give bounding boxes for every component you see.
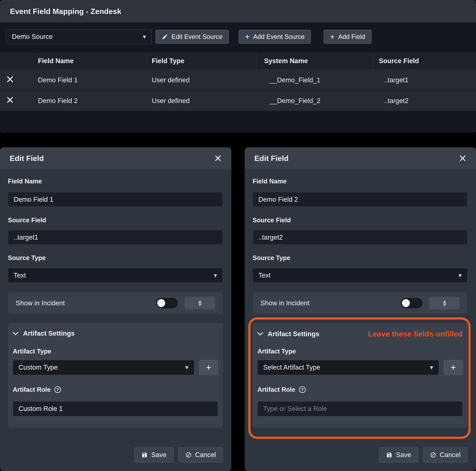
save-button[interactable]: Save: [135, 447, 173, 463]
event-field-mapping-window: Event Field Mapping - Zendesk Demo Sourc…: [0, 0, 476, 133]
screen: Event Field Mapping - Zendesk Demo Sourc…: [0, 0, 476, 471]
annotation-text: Leave these fields unfilled: [368, 330, 462, 338]
edit-field-dialog-left: Edit Field Field Name Source Field Sourc…: [0, 147, 231, 471]
toggle-knob: [157, 299, 165, 307]
event-source-select[interactable]: Demo Source ▼: [6, 29, 152, 44]
chevron-down-icon: [257, 332, 263, 336]
chevron-down-icon: [13, 332, 18, 335]
stepper-arrows-icon: ▲▼: [198, 300, 201, 306]
artifact-settings-header[interactable]: Artifact Settings Leave these fields unf…: [257, 330, 463, 338]
chevron-down-icon: ▼: [185, 365, 188, 370]
cancel-icon: [430, 452, 436, 458]
cell-field-name: Demo Field 2: [33, 97, 147, 105]
source-field-input[interactable]: [8, 230, 223, 245]
artifact-type-select[interactable]: Custom Type ▼: [13, 360, 194, 375]
column-header-delete: [0, 52, 33, 70]
show-in-incident-row: Show in Incident ▲▼: [253, 293, 467, 314]
column-header-source-field: Source Field: [374, 52, 476, 70]
source-field-input[interactable]: [253, 230, 467, 245]
source-type-select[interactable]: Text ▼: [8, 268, 223, 283]
artifact-role-label: Artifact Role ?: [13, 386, 61, 393]
cancel-button[interactable]: Cancel: [423, 447, 468, 463]
source-type-value: Text: [258, 271, 271, 279]
event-source-select-value: Demo Source: [12, 33, 53, 41]
show-in-incident-toggle[interactable]: [156, 298, 178, 308]
artifact-settings-label: Artifact Settings: [268, 330, 319, 338]
incident-order-stepper[interactable]: ▲▼: [185, 297, 215, 309]
artifact-type-value: Select Artifact Type: [263, 364, 320, 371]
add-field-button[interactable]: + Add Field: [323, 30, 372, 44]
window-titlebar: Event Field Mapping - Zendesk: [0, 0, 476, 22]
stepper-arrows-icon: ▲▼: [443, 300, 446, 306]
table-row: Demo Field 2 User defined __Demo_Field_2…: [0, 90, 476, 111]
cell-field-type: User defined: [147, 76, 256, 84]
dialog-title: Edit Field: [255, 154, 289, 163]
artifact-role-label: Artifact Role ?: [257, 386, 306, 393]
cell-system-name: __Demo_Field_2: [256, 97, 374, 105]
artifact-settings-panel: Artifact Settings Artifact Type Custom T…: [8, 323, 223, 428]
cancel-label: Cancel: [440, 451, 460, 459]
chevron-down-icon: ▼: [214, 273, 217, 278]
save-label: Save: [396, 451, 411, 459]
artifact-type-label: Artifact Type: [13, 348, 51, 355]
artifact-role-label-text: Artifact Role: [257, 386, 295, 393]
show-in-incident-label: Show in Incident: [260, 299, 401, 307]
add-event-source-button[interactable]: + Add Event Source: [238, 30, 311, 44]
show-in-incident-label: Show in Incident: [16, 299, 156, 307]
delete-field-button[interactable]: [7, 97, 13, 103]
show-in-incident-toggle[interactable]: [401, 298, 423, 308]
artifact-role-input[interactable]: [13, 401, 218, 417]
close-icon[interactable]: [214, 155, 221, 162]
artifact-settings-label: Artifact Settings: [23, 330, 75, 337]
edit-event-source-button[interactable]: Edit Event Source: [155, 30, 229, 44]
column-header-field-name: Field Name: [33, 52, 147, 70]
table-row: Demo Field 1 User defined __Demo_Field_1…: [0, 70, 476, 90]
close-icon[interactable]: [459, 155, 466, 162]
source-type-label: Source Type: [253, 254, 290, 262]
add-artifact-type-button[interactable]: +: [199, 360, 218, 375]
artifact-type-select[interactable]: Select Artifact Type ▼: [257, 360, 439, 375]
cell-system-name: __Demo_Field_1: [256, 76, 374, 84]
artifact-settings-panel: Artifact Settings Leave these fields unf…: [253, 323, 467, 428]
edit-event-source-label: Edit Event Source: [171, 33, 223, 40]
dialog-actions: Save Cancel: [379, 447, 467, 463]
cancel-icon: [185, 452, 191, 458]
field-name-label: Field Name: [253, 178, 287, 185]
chevron-down-icon: ▼: [430, 365, 433, 370]
artifact-type-value: Custom Type: [18, 364, 58, 371]
add-artifact-type-button[interactable]: +: [444, 360, 463, 375]
plus-icon: +: [245, 33, 250, 41]
help-icon[interactable]: ?: [54, 386, 61, 393]
artifact-role-input[interactable]: [257, 401, 463, 417]
add-event-source-label: Add Event Source: [253, 33, 305, 40]
field-name-label: Field Name: [8, 178, 42, 185]
add-field-label: Add Field: [338, 33, 365, 40]
dialog-actions: Save Cancel: [135, 447, 223, 463]
cancel-button[interactable]: Cancel: [178, 447, 223, 463]
delete-field-button[interactable]: [7, 76, 13, 82]
pencil-icon: [162, 34, 168, 40]
column-header-system-name: System Name: [256, 52, 374, 70]
cell-source-field: ..target1: [374, 76, 476, 84]
artifact-settings-header[interactable]: Artifact Settings: [13, 330, 218, 337]
save-button[interactable]: Save: [379, 447, 418, 463]
field-name-input[interactable]: [8, 192, 223, 207]
field-mapping-table: Field Name Field Type System Name Source…: [0, 52, 476, 111]
artifact-role-label-text: Artifact Role: [13, 386, 51, 393]
help-icon[interactable]: ?: [299, 386, 306, 393]
source-type-select[interactable]: Text ▼: [253, 268, 467, 283]
dialog-header: Edit Field: [0, 147, 231, 169]
save-label: Save: [151, 451, 167, 459]
source-field-label: Source Field: [8, 216, 46, 224]
field-name-input[interactable]: [253, 192, 467, 207]
edit-field-dialog-right: Edit Field Field Name Source Field Sourc…: [245, 147, 476, 471]
incident-order-stepper[interactable]: ▲▼: [429, 297, 459, 309]
save-icon: [386, 452, 392, 458]
cell-field-type: User defined: [147, 97, 256, 105]
dialog-header: Edit Field: [245, 147, 476, 169]
source-field-label: Source Field: [253, 216, 291, 224]
table-header-row: Field Name Field Type System Name Source…: [0, 52, 476, 70]
cell-source-field: ..target2: [374, 97, 476, 105]
save-icon: [142, 452, 148, 458]
show-in-incident-row: Show in Incident ▲▼: [8, 293, 223, 314]
